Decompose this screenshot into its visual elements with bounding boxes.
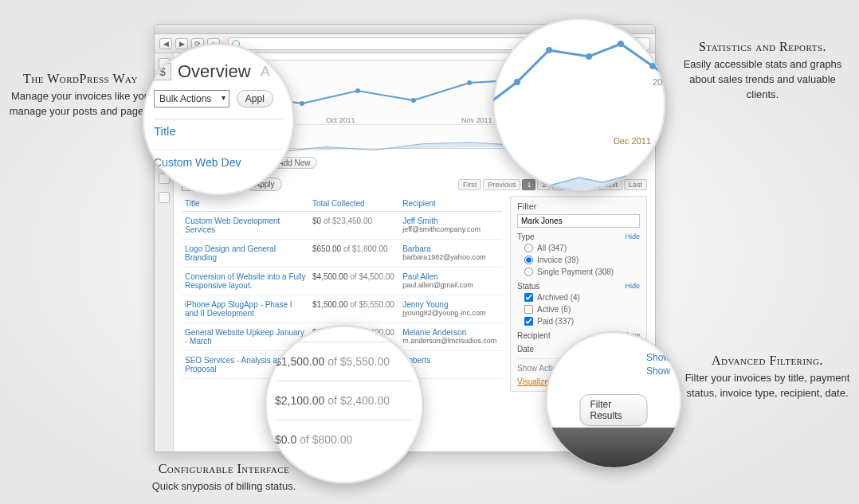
callout-body: Filter your invoices by title, payment s… [684,371,851,401]
recipient-cell: Barbarabarbara1982@yahoo.com [399,240,502,268]
filter-recipient-label: Recipient [517,331,551,340]
svg-point-9 [514,79,520,85]
filter-status-label: Status [517,282,539,291]
filter-type-option[interactable]: Invoice (39) [524,255,640,265]
filter-results-button[interactable]: Filter Results [580,394,648,426]
invoice-title-link[interactable]: Custom Web Development Services [182,212,309,240]
svg-text:20: 20 [653,77,662,87]
filter-type-option[interactable]: All (347) [524,243,640,253]
recipient-cell: Paul Allenpaul.allen@gmail.com [399,268,502,295]
amount-row: $0.0 of $800.00 [275,420,414,459]
bulk-actions-select[interactable]: Bulk Actions [154,90,229,107]
svg-point-13 [649,63,656,69]
magnifier-amounts: $1,500.00 of $5,550.00 $2,100.00 of $2,4… [265,325,424,484]
page-prev[interactable]: Previous [483,179,520,190]
svg-point-5 [467,80,472,85]
footer-dark [546,428,681,467]
amount-row: $1,500.00 of $5,550.00 [275,342,414,381]
recipient-cell: Jeff Smithjeff@smithcompany.com [399,212,502,240]
col-recipient[interactable]: Recipient [399,196,502,212]
invoice-title-link[interactable]: Conversion of Website into a Fully Respo… [182,268,309,295]
page-num[interactable]: 1 [522,179,535,190]
col-total[interactable]: Total Collected [309,196,399,212]
chart-line-zoom: 20 [492,34,666,138]
callout-body: Easily accessible stats and graphs about… [674,57,851,103]
recipient-cell: Melanie Andersonm.anderson@lmcisudios.co… [399,323,502,351]
callout-wordpress: The WordPress Way Manage your invoices l… [5,72,156,119]
svg-point-2 [300,101,304,106]
filter-type-label: Type [517,232,535,241]
table-row: iPhone App SlugApp - Phase I and II Deve… [182,295,502,323]
back-button[interactable]: ◀ [159,38,172,49]
svg-point-12 [618,41,624,47]
apply-button[interactable]: Appl [237,90,273,107]
amount-cell: $650.00 of $1,800.00 [309,240,399,268]
col-title: Title [154,119,283,138]
filter-status-option[interactable]: Active (6) [524,304,640,315]
svg-point-3 [355,88,360,93]
col-title[interactable]: Title [182,196,309,212]
invoice-title-link[interactable]: Custom Web Dev [154,149,283,169]
callout-title: The WordPress Way [5,72,156,86]
filter-heading: Filter [517,201,640,211]
callout-body: Manage your invoices like you manage you… [5,89,156,119]
filter-status-option[interactable]: Archived (4) [524,292,640,303]
hide-link[interactable]: Hide [625,232,640,241]
recipient-cell: Jenny Youngjyoung82@young-inc.com [399,295,502,323]
amount-cell: $1,500.00 of $5,550.00 [309,295,399,323]
magnifier-filter: ShowShow Filter Results [545,331,682,468]
callout-title: Statistics and Reports. [674,40,851,54]
show-link[interactable]: ShowShow [646,351,670,378]
page-first[interactable]: First [458,179,482,190]
magnifier-overview: $OverviewA Bulk Actions Appl Title Custo… [142,43,295,196]
svg-point-10 [546,47,552,53]
page-last[interactable]: Last [624,179,647,190]
amount-cell: $0 of $23,450.00 [309,212,399,240]
chart-tick: Nov 2011 [461,116,492,124]
filter-status-option[interactable]: Paid (337) [524,316,640,326]
hide-link[interactable]: Hide [625,282,640,291]
magnifier-chart: 20 Dec 2011 [492,18,666,191]
svg-point-11 [586,53,592,60]
callout-stats: Statistics and Reports. Easily accessibl… [674,40,851,103]
callout-body: Quick snyposis of billing status. [108,479,339,494]
table-row: Conversion of Website into a Fully Respo… [182,268,502,295]
chart-tick: Dec 2011 [614,136,651,146]
callout-title: Advanced Filtering. [684,354,851,368]
svg-point-4 [411,98,416,103]
overview-title: Overview [178,61,251,82]
table-row: Custom Web Development Services$0 of $23… [182,212,502,240]
sidebar-icon[interactable] [159,192,170,203]
filter-date-label: Date [517,345,534,354]
amount-row: $2,100.00 of $2,400.00 [275,381,414,420]
invoice-title-link[interactable]: Logo Design and General Branding [182,240,309,268]
invoice-title-link[interactable]: iPhone App SlugApp - Phase I and II Deve… [182,295,309,323]
table-row: Logo Design and General Branding$650.00 … [182,240,502,268]
forward-button[interactable]: ▶ [175,38,188,49]
callout-filtering: Advanced Filtering. Filter your invoices… [684,354,851,401]
filter-search-input[interactable] [517,214,640,228]
chart-tick: Oct 2011 [326,116,355,124]
filter-type-option[interactable]: Single Payment (308) [524,267,640,277]
amount-cell: $4,500.00 of $4,500.00 [309,268,399,295]
